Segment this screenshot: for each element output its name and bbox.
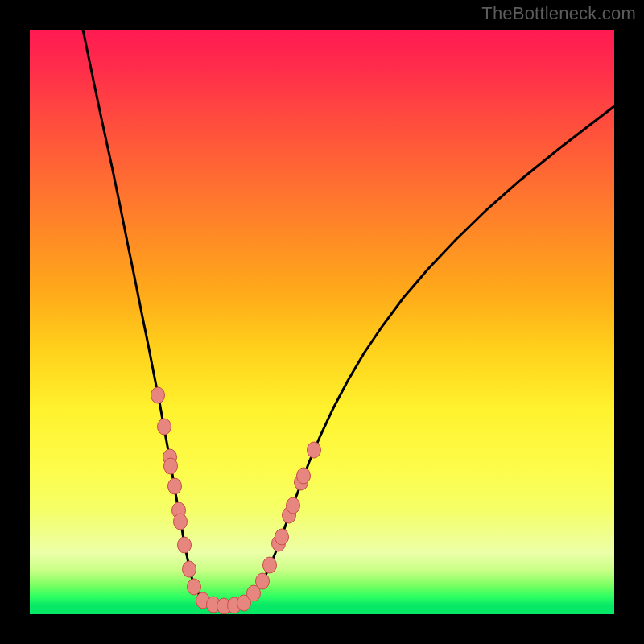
data-marker (158, 419, 171, 435)
data-marker (183, 561, 196, 577)
data-marker (275, 529, 289, 545)
data-marker (256, 573, 270, 589)
chart-frame: TheBottleneck.com (0, 0, 644, 644)
data-marker (164, 458, 178, 474)
data-marker (151, 387, 165, 403)
plot-area (30, 30, 614, 614)
data-marker (287, 497, 300, 514)
watermark-text: TheBottleneck.com (481, 3, 636, 24)
curve-layer (30, 30, 614, 614)
data-marker (297, 468, 311, 484)
data-marker (263, 557, 277, 573)
data-marker (168, 478, 182, 494)
data-marker (308, 442, 321, 458)
valley-curve (83, 30, 614, 606)
data-marker (188, 579, 201, 595)
data-marker (174, 514, 188, 530)
data-marker (178, 537, 192, 553)
